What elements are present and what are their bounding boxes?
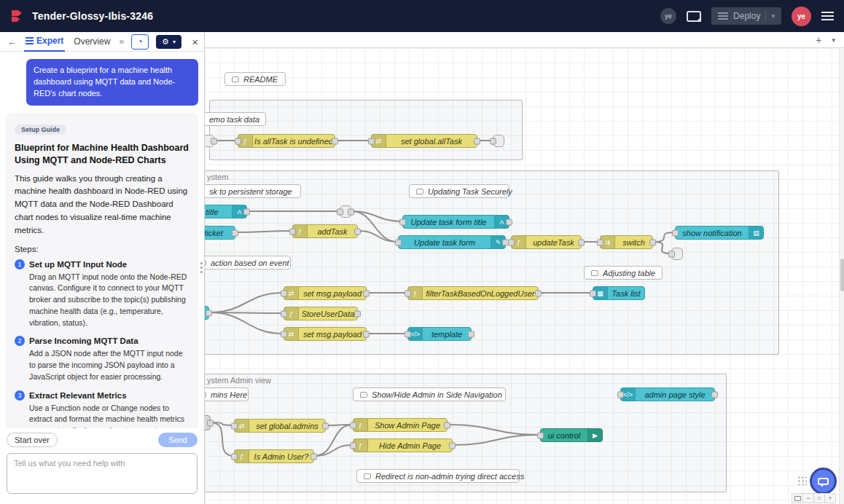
flow-canvas[interactable]: − ○ + ystemystem Admin viewREADMEemo tas… [205,48,839,504]
input-port[interactable] [590,290,596,296]
flow-node-is-alltask-is-undefined[interactable]: ƒIs allTask is undefined [238,134,335,148]
flow-node-is-admin-user[interactable]: ƒIs Admin User? [234,449,314,463]
input-port[interactable] [405,331,411,337]
output-port[interactable] [310,453,317,460]
link-node[interactable] [205,135,214,147]
input-port[interactable] [490,138,496,144]
input-port[interactable] [281,331,287,337]
back-icon[interactable]: ← [7,36,17,47]
flow-node-task-list[interactable]: ▦Task list [593,286,645,300]
flow-node-switch[interactable]: ⇉switch [600,235,653,249]
tab-overview[interactable]: Overview [72,32,112,52]
settings-button[interactable]: ⚙ ▾ [156,35,181,49]
output-port[interactable] [363,331,370,337]
drag-handle-icon[interactable] [797,476,807,485]
comment-node[interactable]: mins Here [205,387,249,401]
comment-node[interactable]: Adjusting table [584,266,663,280]
input-port[interactable] [337,208,343,215]
link-node[interactable] [340,205,351,218]
team-avatar[interactable]: ye [660,8,676,24]
add-flow-icon[interactable]: + [816,34,821,46]
comment-node[interactable]: Updating Task Securely [409,184,509,198]
assistant-input[interactable] [7,453,198,494]
flow-node-set-msg-payload[interactable]: ⇄set msg.payload [284,327,367,341]
input-port[interactable] [281,290,287,296]
input-port[interactable] [597,239,603,245]
flow-node-filtertaskbasedonloggeduser[interactable]: ƒfilterTaskBasedOnLoggedUser [407,286,539,300]
flow-node-update-task-form-title[interactable]: Update task form titleA [402,215,509,229]
flow-list-icon[interactable]: ▾ [832,36,835,44]
comment-node[interactable]: Redirect is non-admin trying direct acce… [356,469,520,483]
input-port[interactable] [235,138,241,144]
input-port[interactable] [368,138,375,144]
input-port[interactable] [405,290,411,296]
send-button[interactable]: Send [158,433,198,447]
output-port[interactable] [354,228,361,235]
deploy-button[interactable]: Deploy ▾ [711,7,781,25]
output-port[interactable] [468,331,474,337]
zoom-out-button[interactable]: − [802,493,814,503]
zoom-reset-button[interactable]: ○ [813,493,825,503]
input-port[interactable] [289,228,296,235]
output-port[interactable] [649,239,656,245]
flow-node-set-msg-payload[interactable]: ⇄set msg.payload [284,286,367,300]
output-port[interactable] [578,239,585,245]
start-over-button[interactable]: Start over [7,433,58,447]
link-node[interactable] [671,248,683,260]
input-port[interactable] [350,422,356,428]
input-port[interactable] [231,422,238,429]
output-port[interactable] [444,422,450,428]
output-port[interactable] [354,310,361,317]
comment-node[interactable]: Show/Hide Admin in Side Navigation [353,387,506,401]
flow-node-update-task-form[interactable]: Update task form✎ [398,235,506,249]
input-port[interactable] [281,310,287,317]
input-port[interactable] [395,239,402,245]
comment-node[interactable]: sk to persistent storage [205,184,301,198]
flow-node-m-title[interactable]: m titleA [205,205,247,218]
flow-node-set-global-admins[interactable]: ⇄set global.admins [234,419,326,433]
input-port[interactable] [350,442,356,449]
usage-pie-button[interactable]: ◔ [131,34,149,50]
input-port[interactable] [399,218,406,225]
flow-node-hide-admin-page[interactable]: ƒHide Admin Page [353,438,453,452]
input-port[interactable] [617,391,624,398]
output-port[interactable] [243,208,250,215]
deploy-caret-icon[interactable]: ▾ [771,12,775,20]
input-port[interactable] [537,432,544,438]
hamburger-menu-icon[interactable] [821,12,834,20]
flow-node-updatetask[interactable]: ƒupdateTask [511,235,582,249]
zoom-in-button[interactable]: + [824,493,836,503]
input-port[interactable] [508,239,515,245]
input-port[interactable] [231,453,238,460]
more-tabs-icon[interactable]: » [119,36,124,47]
flow-node-addtask[interactable]: ƒaddTask [292,224,358,238]
output-port[interactable] [506,218,512,225]
minimap-button[interactable] [792,493,803,503]
comment-node[interactable]: action based on event [205,256,291,269]
comment-node[interactable]: README [224,72,286,86]
link-node[interactable] [493,135,504,147]
scrollbar-thumb[interactable] [840,259,844,291]
flow-node-admin-page-style[interactable]: </>admin page style [620,387,715,401]
tab-expert[interactable]: Expert [24,32,65,52]
comment-node[interactable]: emo task data [205,112,266,126]
output-port[interactable] [232,229,238,236]
output-port[interactable] [474,138,480,144]
open-editor-icon[interactable] [687,11,701,22]
output-port[interactable] [332,138,338,144]
flow-node-ticket[interactable]: ticket [205,226,235,240]
input-port[interactable] [672,229,679,236]
output-port[interactable] [363,290,370,296]
output-port[interactable] [535,290,542,296]
output-port[interactable] [348,208,354,215]
flow-node-template[interactable]: </>template [407,327,472,341]
ui-node[interactable] [205,306,209,320]
gray-node[interactable] [205,415,211,430]
assistant-chat-button[interactable] [810,468,837,495]
flow-node-show-notification[interactable]: show notification▤ [675,226,764,240]
close-icon[interactable]: × [192,36,198,48]
canvas-scrollbar[interactable] [839,48,844,504]
flow-node-ui-control[interactable]: ui control▶ [540,428,603,442]
output-port[interactable] [206,310,212,316]
flow-node-storeuserdata[interactable]: ƒStoreUserData [284,307,358,320]
